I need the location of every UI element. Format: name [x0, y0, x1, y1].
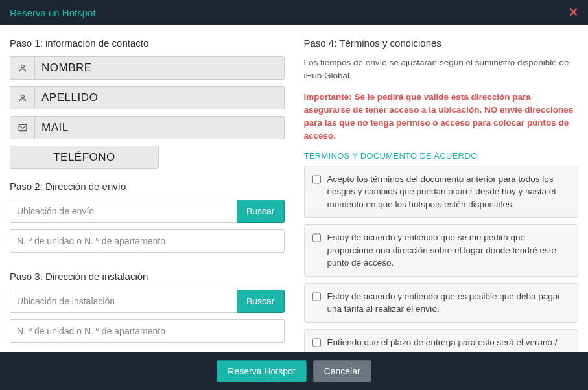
- terms-checkbox-2[interactable]: [312, 233, 321, 242]
- cancel-button[interactable]: Cancelar: [313, 360, 371, 382]
- install-search-row: Buscar: [10, 290, 285, 313]
- modal-title: Reserva un Hotspot: [10, 7, 96, 18]
- install-unit-input[interactable]: [10, 319, 285, 343]
- close-icon[interactable]: ✕: [569, 6, 578, 18]
- shipping-location-input[interactable]: [10, 200, 237, 223]
- modal-header: Reserva un Hotspot ✕: [0, 0, 588, 25]
- important-warning: Importante: Se le pedirá que valide esta…: [304, 91, 579, 143]
- terms-document-link[interactable]: TÉRMINOS Y DOCUMENTO DE ACUERDO: [304, 151, 579, 161]
- terms-check-4-label: Entiendo que el plazo de entrega para es…: [327, 336, 570, 352]
- shipping-info-text: Los tiempos de envío se ajustarán según …: [304, 56, 579, 83]
- step3-title: Paso 3: Dirección de instalación: [10, 271, 285, 282]
- install-location-input[interactable]: [10, 290, 237, 313]
- terms-checkbox-3[interactable]: [312, 292, 321, 301]
- terms-check-3[interactable]: Estoy de acuerdo y entiendo que es posib…: [304, 283, 579, 323]
- modal-footer: Reserva Hotspot Cancelar: [0, 352, 588, 390]
- shipping-unit-input[interactable]: [10, 229, 285, 253]
- mail-icon: [10, 116, 34, 139]
- phone-group: [10, 146, 285, 169]
- terms-check-2[interactable]: Estoy de acuerdo y entiendo que se me pe…: [304, 224, 579, 277]
- step4-title: Paso 4: Términos y condiciones: [304, 38, 579, 49]
- svg-point-0: [21, 65, 24, 68]
- phone-input[interactable]: [10, 146, 159, 169]
- shipping-search-button[interactable]: Buscar: [237, 200, 285, 223]
- svg-point-1: [21, 95, 24, 98]
- terms-check-3-label: Estoy de acuerdo y entiendo que es posib…: [327, 290, 570, 315]
- user-icon: [10, 86, 34, 109]
- right-column: Paso 4: Términos y condiciones Los tiemp…: [304, 35, 579, 346]
- mail-group: [10, 116, 285, 139]
- left-column: Paso 1: información de contacto: [10, 35, 285, 346]
- lastname-group: [10, 86, 285, 109]
- name-group: [10, 56, 285, 80]
- name-input[interactable]: [34, 56, 285, 80]
- shipping-search-row: Buscar: [10, 200, 285, 223]
- mail-input[interactable]: [34, 116, 285, 139]
- terms-check-1-label: Acepto los términos del documento anteri…: [327, 173, 570, 211]
- user-icon: [10, 56, 34, 80]
- terms-checkbox-4[interactable]: [312, 338, 321, 347]
- lastname-input[interactable]: [34, 86, 285, 109]
- terms-checkbox-1[interactable]: [312, 175, 321, 184]
- step2-title: Paso 2: Dirección de envío: [10, 181, 285, 192]
- reserve-hotspot-button[interactable]: Reserva Hotspot: [217, 360, 306, 382]
- modal-body: Paso 1: información de contacto: [0, 25, 588, 352]
- svg-rect-2: [19, 124, 27, 130]
- terms-check-1[interactable]: Acepto los términos del documento anteri…: [304, 166, 579, 218]
- terms-check-2-label: Estoy de acuerdo y entiendo que se me pe…: [327, 231, 570, 270]
- terms-check-4[interactable]: Entiendo que el plazo de entrega para es…: [304, 329, 579, 352]
- reserve-hotspot-modal: Reserva un Hotspot ✕ Paso 1: información…: [0, 0, 588, 390]
- step1-title: Paso 1: información de contacto: [10, 38, 285, 49]
- install-search-button[interactable]: Buscar: [237, 290, 285, 313]
